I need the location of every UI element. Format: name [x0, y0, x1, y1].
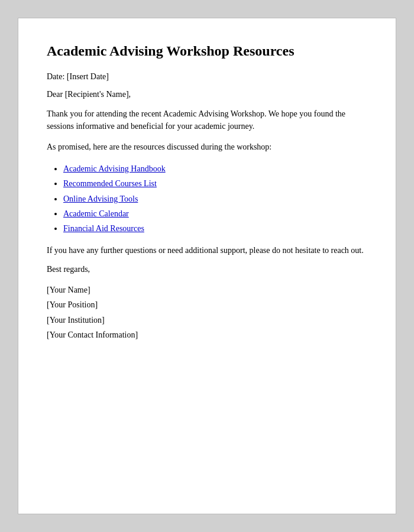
list-item: Financial Aid Resources	[63, 221, 367, 236]
closing-paragraph: If you have any further questions or nee…	[47, 244, 367, 257]
date-line: Date: [Insert Date]	[47, 72, 367, 82]
signature-contact: [Your Contact Information]	[47, 327, 367, 342]
intro-paragraph: Thank you for attending the recent Acade…	[47, 108, 367, 132]
salutation: Dear [Recipient's Name],	[47, 90, 367, 99]
document-title: Academic Advising Workshop Resources	[47, 42, 367, 60]
resource-list: Academic Advising Handbook Recommended C…	[63, 161, 367, 236]
resource-link-3[interactable]: Online Advising Tools	[63, 194, 138, 203]
signature-name: [Your Name]	[47, 283, 367, 297]
resource-link-4[interactable]: Academic Calendar	[63, 209, 129, 218]
list-item: Academic Advising Handbook	[63, 161, 367, 176]
list-item: Online Advising Tools	[63, 192, 367, 206]
list-item: Recommended Courses List	[63, 176, 367, 191]
document-page: Academic Advising Workshop Resources Dat…	[18, 18, 396, 514]
resource-link-5[interactable]: Financial Aid Resources	[63, 224, 144, 233]
signature-position: [Your Position]	[47, 297, 367, 312]
resources-intro: As promised, here are the resources disc…	[47, 141, 367, 153]
regards-line: Best regards,	[47, 265, 367, 274]
signature-block: [Your Name] [Your Position] [Your Instit…	[47, 283, 367, 342]
resource-link-1[interactable]: Academic Advising Handbook	[63, 164, 166, 173]
signature-institution: [Your Institution]	[47, 313, 367, 327]
list-item: Academic Calendar	[63, 206, 367, 221]
resource-link-2[interactable]: Recommended Courses List	[63, 179, 157, 188]
